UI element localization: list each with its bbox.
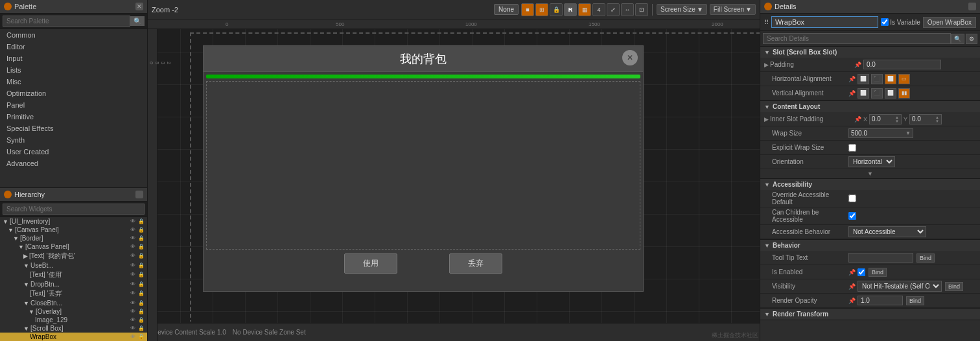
tree-item-ui-inventory[interactable]: ▼ [UI_Inventory] 👁🔒 xyxy=(0,217,147,226)
palette-item-panel[interactable]: Panel xyxy=(0,99,147,111)
eye-icon[interactable]: 👁 xyxy=(130,281,137,288)
lock-icon[interactable]: 🔒 xyxy=(138,309,145,315)
dialog-close-button[interactable]: ✕ xyxy=(622,50,638,65)
expand-chevron-icon[interactable]: ▼ xyxy=(867,170,873,177)
palette-item-editor[interactable]: Editor xyxy=(0,41,147,53)
fill-screen-button[interactable]: Fill Screen ▼ xyxy=(710,4,756,15)
v-align-top-button[interactable]: ⬜ xyxy=(858,88,869,99)
palette-item-misc[interactable]: Misc xyxy=(0,76,147,88)
lock-icon[interactable]: 🔒 xyxy=(138,281,145,288)
tree-item-closebtn[interactable]: ▼ CloseBtn... 👁🔒 xyxy=(0,299,147,307)
tree-item-text-use[interactable]: [Text] '使用' 👁🔒 xyxy=(0,270,147,280)
explicit-wrap-checkbox[interactable] xyxy=(848,144,856,152)
tree-item-text-drop[interactable]: [Text] '丢弃' 👁🔒 xyxy=(0,288,147,299)
palette-item-optimization[interactable]: Optimization xyxy=(0,88,147,99)
hierarchy-search-input[interactable] xyxy=(3,204,145,215)
palette-item-advanced[interactable]: Advanced xyxy=(0,158,147,169)
v-align-fill-button[interactable]: ▮▮ xyxy=(898,88,910,99)
grid-tool-grid[interactable]: ▦ xyxy=(578,3,591,16)
tree-item-canvas-panel-2[interactable]: ▼ [Canvas Panel] 👁🔒 xyxy=(0,242,147,251)
lock-icon[interactable]: 🔒 xyxy=(138,235,145,242)
lock-icon[interactable]: 🔒 xyxy=(138,227,145,233)
grid-tool-7[interactable]: ⊡ xyxy=(635,3,648,16)
tooltip-bind-button[interactable]: Bind xyxy=(916,253,935,263)
override-accessible-checkbox[interactable] xyxy=(848,194,856,202)
grid-tool-r[interactable]: R xyxy=(564,3,577,16)
eye-icon[interactable]: 👁 xyxy=(130,317,137,323)
eye-icon[interactable]: 👁 xyxy=(130,325,137,332)
eye-icon[interactable]: 👁 xyxy=(130,300,137,307)
x-arrows[interactable]: ▲ ▼ xyxy=(895,115,899,123)
search-details-input[interactable] xyxy=(763,33,951,44)
lock-icon[interactable]: 🔒 xyxy=(138,272,145,278)
h-align-right-button[interactable]: ⬜ xyxy=(885,74,896,84)
palette-search-button[interactable]: 🔍 xyxy=(130,16,145,26)
padding-expand-icon[interactable]: ▶ xyxy=(764,62,769,68)
tree-item-scrollbox[interactable]: ▼ [Scroll Box] 👁🔒 xyxy=(0,324,147,333)
lock-icon[interactable]: 🔒 xyxy=(138,218,145,225)
grid-tool-1[interactable]: ■ xyxy=(521,3,534,16)
lock-icon[interactable]: 🔒 xyxy=(138,263,145,269)
none-button[interactable]: None xyxy=(494,4,519,15)
palette-item-primitive[interactable]: Primitive xyxy=(0,111,147,123)
inner-slot-expand-icon[interactable]: ▶ xyxy=(764,116,769,123)
h-align-fill-button[interactable]: ▭ xyxy=(898,74,910,84)
lock-icon[interactable]: 🔒 xyxy=(138,300,145,307)
palette-item-user-created[interactable]: User Created xyxy=(0,146,147,158)
lock-icon[interactable]: 🔒 xyxy=(138,244,145,250)
lock-icon[interactable]: 🔒 xyxy=(138,325,145,332)
grid-tool-lock[interactable]: 🔒 xyxy=(550,3,563,16)
screen-size-button[interactable]: Screen Size ▼ xyxy=(657,4,707,15)
y-down-arrow-icon[interactable]: ▼ xyxy=(935,119,939,123)
tree-item-overlay[interactable]: ▼ [Overlay] 👁🔒 xyxy=(0,307,147,316)
lock-icon[interactable]: 🔒 xyxy=(138,290,145,297)
is-enabled-bind-button[interactable]: Bind xyxy=(869,268,887,277)
h-align-left-button[interactable]: ⬜ xyxy=(858,74,869,84)
eye-icon[interactable]: 👁 xyxy=(130,235,137,242)
palette-item-synth[interactable]: Synth xyxy=(0,134,147,146)
visibility-bind-button[interactable]: Bind xyxy=(945,282,963,291)
grid-tool-6[interactable]: ↔ xyxy=(621,3,634,16)
eye-icon[interactable]: 👁 xyxy=(130,263,137,269)
padding-input[interactable] xyxy=(863,60,941,69)
opacity-bind-button[interactable]: Bind xyxy=(906,296,924,305)
lock-icon[interactable]: 🔒 xyxy=(138,253,145,259)
tooltip-input[interactable] xyxy=(848,253,913,263)
content-layout-header[interactable]: ▼ Content Layout xyxy=(760,101,980,112)
visibility-select[interactable]: Not Hit-Testable (Self Only) xyxy=(858,281,942,292)
v-align-bottom-button[interactable]: ⬜ xyxy=(885,88,896,99)
lock-icon[interactable]: 🔒 xyxy=(138,317,145,323)
open-wrapbox-button[interactable]: Open WrapBox xyxy=(923,17,976,28)
palette-item-input[interactable]: Input xyxy=(0,53,147,64)
search-details-btn-2[interactable]: ⚙ xyxy=(966,34,977,44)
grid-tool-2[interactable]: ⊞ xyxy=(535,3,548,16)
eye-icon[interactable]: 👁 xyxy=(130,290,137,297)
tree-item-dropbtn[interactable]: ▼ DropBtn... 👁🔒 xyxy=(0,280,147,288)
x-down-arrow-icon[interactable]: ▼ xyxy=(895,119,899,123)
eye-icon[interactable]: 👁 xyxy=(130,227,137,233)
lock-icon[interactable]: 🔒 xyxy=(138,334,145,340)
is-variable-checkbox[interactable] xyxy=(881,18,889,26)
tree-item-text-title[interactable]: ▶ [Text] '我的背包' 👁🔒 xyxy=(0,251,147,261)
y-arrows[interactable]: ▲ ▼ xyxy=(935,115,939,123)
eye-icon[interactable]: 👁 xyxy=(130,272,137,278)
eye-icon[interactable]: 👁 xyxy=(130,309,137,315)
eye-icon[interactable]: 👁 xyxy=(130,334,137,340)
hierarchy-close-button[interactable] xyxy=(135,191,143,198)
palette-item-lists[interactable]: Lists xyxy=(0,64,147,76)
grid-tool-5[interactable]: ⤢ xyxy=(607,3,620,16)
behavior-header[interactable]: ▼ Behavior xyxy=(760,240,980,251)
can-children-checkbox[interactable] xyxy=(848,212,856,220)
search-details-btn-1[interactable]: 🔍 xyxy=(951,34,964,44)
grid-tool-num[interactable]: 4 xyxy=(592,3,605,16)
h-align-center-button[interactable]: ⬛ xyxy=(871,74,883,84)
accessible-behavior-select[interactable]: Not Accessible xyxy=(848,226,926,237)
eye-icon[interactable]: 👁 xyxy=(130,253,137,259)
use-button[interactable]: 使用 xyxy=(344,253,397,274)
tree-item-border[interactable]: ▼ [Border] 👁🔒 xyxy=(0,234,147,242)
orientation-select[interactable]: Horizontal xyxy=(848,156,895,167)
tree-item-image-129[interactable]: Image_129 👁🔒 xyxy=(0,316,147,324)
render-transform-header[interactable]: ▼ Render Transform xyxy=(760,309,980,320)
eye-icon[interactable]: 👁 xyxy=(130,218,137,225)
widget-name-input[interactable] xyxy=(771,16,878,28)
